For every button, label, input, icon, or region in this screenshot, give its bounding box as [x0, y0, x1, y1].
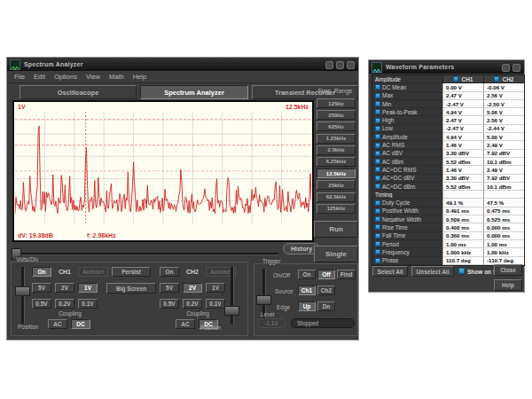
param-row-amplitude[interactable]: Amplitude	[372, 133, 442, 141]
param-row-dc-mean-checkbox-icon[interactable]	[375, 84, 380, 90]
unselect-all-button[interactable]: Unselect All	[411, 266, 454, 277]
ch2-scale-0-1v[interactable]: 0.1V	[206, 299, 225, 309]
param-row-frequency[interactable]: Frequency	[372, 248, 442, 256]
param-row-peak-to-peak[interactable]: Peak-to-Peak	[372, 108, 442, 116]
param-row-duty-cycle[interactable]: Duty Cycle	[372, 199, 442, 207]
menu-item-view[interactable]: View	[86, 73, 100, 81]
ch1-on-button[interactable]: On	[32, 267, 51, 277]
trigger-level-slider-handle[interactable]	[256, 295, 271, 305]
menu-item-file[interactable]: File	[14, 73, 25, 81]
param-row-duty-cycle-checkbox-icon[interactable]	[375, 200, 380, 206]
freq-range-25khz[interactable]: 25kHz	[317, 180, 356, 190]
param-row-min-checkbox-icon[interactable]	[375, 101, 380, 106]
params-help-button[interactable]: Help	[494, 279, 522, 291]
minimize-button[interactable]	[325, 61, 333, 69]
trigger-find-button[interactable]: Find	[337, 270, 356, 279]
param-row-low[interactable]: Low	[372, 125, 442, 133]
param-row-positive-width[interactable]: Positive Width	[372, 207, 442, 215]
param-row-low-checkbox-icon[interactable]	[375, 126, 380, 131]
params-titlebar[interactable]: Waveform Parameters	[369, 60, 524, 74]
tab-spectrum-analyzer[interactable]: Spectrum Analyzer	[140, 85, 248, 99]
freq-range-625hz[interactable]: 625Hz	[317, 121, 356, 131]
param-row-period-checkbox-icon[interactable]	[375, 241, 380, 246]
close-button[interactable]	[347, 61, 355, 69]
param-row-ac-rms-checkbox-icon[interactable]	[375, 143, 380, 148]
ch1-scale-2v[interactable]: 2V	[55, 283, 74, 293]
ch1-scale-1v[interactable]: 1V	[78, 283, 98, 293]
menu-item-help[interactable]: Help	[133, 73, 146, 81]
param-header-ch2[interactable]: CH2	[483, 75, 524, 83]
ch1-scale-0-5v[interactable]: 0.5V	[32, 299, 51, 309]
param-row-period[interactable]: Period	[372, 240, 442, 248]
param-row-ac-dc-rms-checkbox-icon[interactable]	[375, 167, 380, 172]
freq-range-250hz[interactable]: 250Hz	[317, 110, 356, 120]
ch1-autoset-button[interactable]: Autoset	[78, 267, 108, 277]
param-row-phase-checkbox-icon[interactable]	[375, 258, 380, 263]
param-header-ch2-checkbox-icon[interactable]	[494, 76, 499, 82]
trigger-source-ch1[interactable]: Ch1	[298, 286, 316, 295]
param-row-phase[interactable]: Phase	[372, 257, 442, 265]
ch2-coupling-ac[interactable]: AC	[176, 319, 195, 329]
param-row-ac-dc-rms[interactable]: AC+DC RMS	[372, 166, 442, 174]
param-row-high-checkbox-icon[interactable]	[375, 118, 380, 123]
param-row-high[interactable]: High	[372, 116, 442, 124]
param-row-rise-time-checkbox-icon[interactable]	[375, 224, 380, 230]
param-row-rise-time[interactable]: Rise Time	[372, 223, 442, 231]
param-row-positive-width-checkbox-icon[interactable]	[375, 208, 380, 214]
menu-item-edit[interactable]: Edit	[34, 73, 45, 81]
ch2-scale-1v[interactable]: 1V	[206, 283, 225, 293]
param-row-negative-width-checkbox-icon[interactable]	[375, 216, 380, 222]
freq-range-6-25khz[interactable]: 6.25kHz	[317, 157, 356, 167]
tab-oscilloscope[interactable]: Oscilloscope	[20, 85, 137, 99]
freq-range-125hz[interactable]: 125Hz	[317, 98, 356, 108]
select-all-button[interactable]: Select All	[372, 266, 408, 277]
param-row-ac-rms[interactable]: AC RMS	[372, 141, 442, 149]
param-row-amplitude-checkbox-icon[interactable]	[375, 134, 380, 139]
freq-range-12-5khz[interactable]: 12.5kHz	[317, 168, 356, 178]
trigger-onoff-off[interactable]: Off	[317, 270, 335, 279]
persist-button[interactable]: Persist	[112, 267, 151, 277]
trigger-source-ch2[interactable]: Ch2	[317, 286, 335, 295]
spectrum-titlebar[interactable]: Spectrum Analyzer	[7, 58, 358, 71]
param-row-ac-dbm-checkbox-icon[interactable]	[375, 159, 380, 164]
param-row-ac-dc-dbm-checkbox-icon[interactable]	[375, 184, 380, 189]
menu-item-math[interactable]: Math	[109, 73, 124, 81]
param-row-ac-dbm[interactable]: AC dBm	[372, 158, 442, 166]
plot-scrollbar-track[interactable]	[18, 253, 278, 255]
param-row-dc-mean[interactable]: DC Mean	[372, 83, 442, 91]
param-row-ac-dc-dbv[interactable]: AC+DC dBV	[372, 175, 442, 183]
freq-range-2-5khz[interactable]: 2.5kHz	[317, 145, 356, 155]
param-row-ac-dc-dbm[interactable]: AC+DC dBm	[372, 183, 442, 191]
maximize-button[interactable]	[336, 61, 344, 69]
param-row-frequency-checkbox-icon[interactable]	[375, 249, 380, 254]
param-row-peak-to-peak-checkbox-icon[interactable]	[375, 109, 380, 114]
spectrum-plot-svg[interactable]	[15, 112, 311, 223]
spectrum-plot[interactable]: 1V 12.5kHz dV: 19.38dB f: 2.98kHz	[12, 100, 314, 242]
freq-range-125khz[interactable]: 125kHz	[317, 204, 356, 214]
freq-range-1-25khz[interactable]: 1.25kHz	[317, 134, 356, 144]
param-row-fall-time-checkbox-icon[interactable]	[375, 233, 380, 239]
ch2-scale-0-2v[interactable]: 0.2V	[183, 299, 202, 309]
param-header-ch1-checkbox-icon[interactable]	[453, 76, 458, 82]
param-row-negative-width[interactable]: Negative Width	[372, 215, 442, 223]
ch2-on-button[interactable]: On	[160, 267, 179, 277]
params-minimize-button[interactable]	[502, 64, 510, 72]
param-row-min[interactable]: Min	[372, 100, 442, 108]
param-row-ac-dbv[interactable]: AC dBV	[372, 150, 442, 158]
big-screen-button[interactable]: Big Screen	[106, 283, 156, 293]
freq-range-62-5khz[interactable]: 62.5kHz	[317, 192, 356, 202]
ch1-coupling-dc[interactable]: DC	[71, 319, 90, 329]
param-row-max[interactable]: Max	[372, 92, 442, 100]
ch1-coupling-ac[interactable]: AC	[48, 319, 67, 329]
run-button[interactable]: Run	[314, 221, 358, 238]
show-on-screen-checkbox[interactable]	[458, 268, 465, 274]
param-row-ac-dc-dbv-checkbox-icon[interactable]	[375, 176, 380, 181]
ch1-scale-5v[interactable]: 5V	[32, 283, 51, 293]
ch1-position-slider-handle[interactable]	[15, 286, 30, 296]
ch1-scale-0-2v[interactable]: 0.2V	[55, 299, 74, 309]
ch2-scale-0-5v[interactable]: 0.5V	[160, 299, 179, 309]
ch1-scale-0-1v[interactable]: 0.1V	[78, 299, 98, 309]
params-close-action-button[interactable]: Close	[494, 264, 522, 276]
single-button[interactable]: Single	[314, 246, 358, 262]
trigger-onoff-on[interactable]: On	[298, 270, 316, 279]
